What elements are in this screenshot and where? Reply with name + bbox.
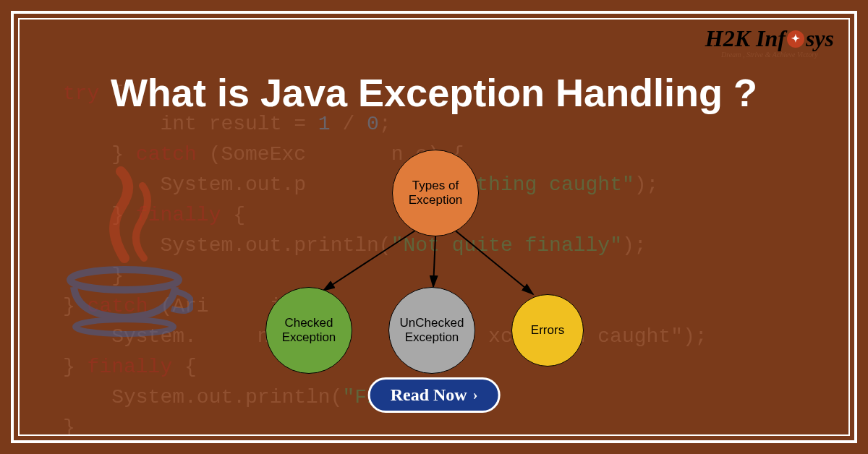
node-unchecked-label: UnChecked Exception xyxy=(396,316,467,346)
java-logo-icon xyxy=(63,164,193,352)
read-now-label: Read Now xyxy=(391,385,467,405)
chevron-right-icon: › xyxy=(473,387,478,403)
node-root-types: Types of Exception xyxy=(392,150,479,236)
brand-tagline: Dream , Strive & Achieve Victory xyxy=(705,51,834,59)
brand-name-prefix: H2K Inf xyxy=(705,25,786,52)
brand-globe-icon: ✦ xyxy=(787,30,804,48)
node-checked-label: Checked Exception xyxy=(273,316,344,346)
svg-line-2 xyxy=(323,229,417,291)
node-errors-label: Errors xyxy=(531,323,564,338)
node-errors: Errors xyxy=(511,294,584,367)
node-root-label: Types of Exception xyxy=(400,179,471,208)
node-checked-exception: Checked Exception xyxy=(265,287,352,374)
read-now-button[interactable]: Read Now › xyxy=(368,377,501,413)
content-frame: try { int result = 1 / 0; } catch (SomeE… xyxy=(18,18,850,436)
brand-logo: H2K Inf ✦ sys Dream , Strive & Achieve V… xyxy=(705,25,834,59)
svg-point-1 xyxy=(75,320,174,334)
brand-name-suffix: sys xyxy=(806,25,834,52)
exception-types-diagram: Types of Exception Checked Exception UnC… xyxy=(222,150,671,381)
page-title: What is Java Exception Handling ? xyxy=(20,70,848,115)
svg-point-0 xyxy=(70,270,179,290)
node-unchecked-exception: UnChecked Exception xyxy=(388,287,475,374)
svg-line-4 xyxy=(454,229,533,294)
svg-line-3 xyxy=(433,236,435,287)
kw-catch: catch xyxy=(136,143,197,166)
